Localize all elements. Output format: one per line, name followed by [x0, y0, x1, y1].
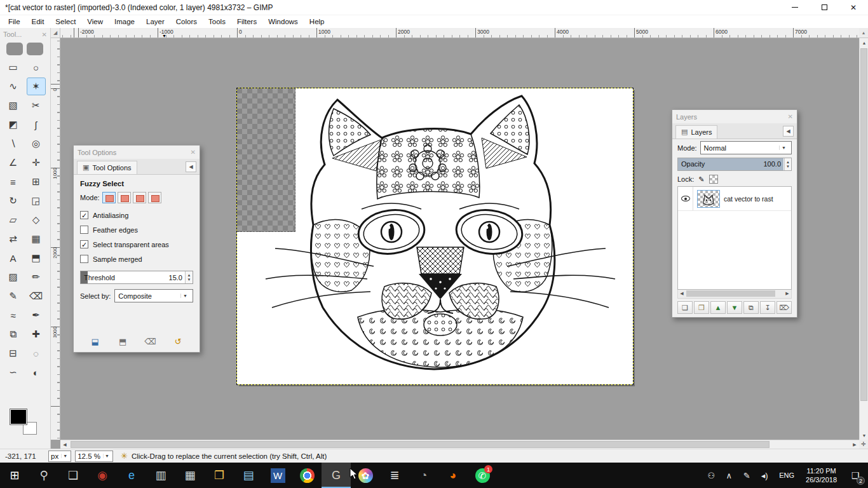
tool-paths[interactable]: ʃ [27, 116, 46, 133]
tool-move[interactable]: ✛ [27, 154, 46, 172]
tool-scale[interactable]: ◲ [27, 192, 46, 210]
restore-options-button[interactable]: ⬒ [115, 335, 130, 348]
mode-replace-button[interactable] [102, 192, 116, 203]
menu-colors[interactable]: Colors [170, 17, 203, 27]
duplicate-layer-button[interactable]: ⧉ [743, 301, 759, 314]
menu-view[interactable]: View [81, 17, 109, 27]
toolbox-close-icon[interactable]: ✕ [42, 31, 47, 38]
layer-list-scrollbar[interactable]: ◀ ▶ [677, 290, 792, 299]
lock-pixels-icon[interactable]: ✎ [698, 175, 704, 184]
tool-eraser[interactable]: ⌫ [27, 287, 46, 305]
app-photos[interactable]: ✿ [351, 463, 380, 488]
new-layer-button[interactable]: ❏ [677, 301, 693, 314]
menu-file[interactable]: File [3, 17, 26, 27]
tool-bucket-fill[interactable]: ⬒ [27, 249, 46, 267]
title-bar[interactable]: *[cat vector to raster] (imported)-3.0 (… [0, 0, 868, 15]
color-swatch-area[interactable] [10, 409, 39, 435]
pen-icon[interactable]: ✎ [738, 471, 756, 480]
foreground-color-swatch[interactable] [10, 409, 27, 424]
app-store[interactable]: ▥ [146, 463, 175, 488]
close-button[interactable]: ✕ [839, 0, 868, 15]
threshold-spinner[interactable]: ▲▼ [185, 271, 193, 283]
tab-menu-button[interactable]: ◀ [186, 161, 196, 172]
option-select-transparent-areas[interactable]: ✓Select transparent areas [80, 237, 193, 252]
zoom-dropdown[interactable]: 12.5 % ▼ [75, 451, 113, 462]
tool-cage-transform[interactable]: ▦ [27, 230, 46, 248]
canvas-page[interactable] [237, 88, 633, 384]
tool-paintbrush[interactable]: ✎ [4, 287, 23, 305]
tool-zoom[interactable]: ◎ [27, 135, 46, 152]
tool-blend[interactable]: ▨ [4, 268, 23, 286]
menu-image[interactable]: Image [109, 17, 140, 27]
ruler-corner-right[interactable]: ▴ [859, 28, 868, 38]
vertical-scroll-thumb[interactable] [860, 48, 867, 401]
layer-visibility-toggle[interactable] [678, 187, 693, 210]
layer-row[interactable]: cat vector to rast [678, 187, 791, 211]
tool-align[interactable]: ≡ [4, 173, 23, 191]
new-group-button[interactable]: ❐ [694, 301, 709, 314]
taskbar-clock[interactable]: 11:20 PM 26/3/2018 [800, 466, 843, 484]
checkbox-checked[interactable]: ✓ [80, 211, 88, 219]
canvas-navigation-button[interactable]: ✛ [859, 440, 868, 449]
app-notes[interactable]: ▤ [234, 463, 263, 488]
menu-filters[interactable]: Filters [231, 17, 262, 27]
horizontal-scroll-thumb[interactable] [71, 441, 770, 448]
mode-add-button[interactable] [118, 192, 131, 203]
tool-pencil[interactable]: ✏ [27, 268, 46, 286]
mode-intersect-button[interactable] [148, 192, 161, 203]
unit-dropdown[interactable]: px ▼ [48, 451, 71, 462]
delete-options-button[interactable]: ⌫ [143, 335, 158, 348]
menu-tools[interactable]: Tools [203, 17, 231, 27]
tool-color-picker[interactable]: ∖ [4, 135, 23, 152]
layers-close-icon[interactable]: ✕ [788, 113, 793, 120]
layers-title-bar[interactable]: Layers ✕ [672, 110, 797, 123]
menu-windows[interactable]: Windows [262, 17, 304, 27]
app-document[interactable]: ≣ [380, 463, 409, 488]
app-edge[interactable]: e [117, 463, 146, 488]
lock-alpha-icon[interactable] [709, 175, 718, 184]
raise-layer-button[interactable]: ▲ [710, 301, 726, 314]
tool-ink[interactable]: ✒ [27, 306, 46, 324]
volume-icon[interactable]: ◂) [756, 471, 773, 480]
scroll-up-arrow[interactable]: ▲ [860, 38, 868, 47]
opacity-spinner[interactable]: ▲▼ [784, 158, 791, 170]
minimize-button[interactable] [780, 0, 810, 15]
layer-scroll-thumb[interactable] [686, 290, 775, 297]
tab-tool-options[interactable]: ▣ Tool Options [77, 161, 137, 174]
app-chrome[interactable] [292, 463, 322, 488]
tool-perspective[interactable]: ◇ [27, 211, 46, 229]
tool-foreground-select[interactable]: ◩ [4, 116, 23, 133]
tool-ellipse-select[interactable]: ○ [27, 58, 46, 76]
task-view-button[interactable]: ❑ [58, 463, 88, 488]
ruler-corner[interactable]: ◢ [51, 28, 60, 38]
app-file-explorer[interactable]: ❐ [205, 463, 234, 488]
tool-rectangle-select[interactable]: ▭ [4, 58, 23, 76]
scroll-down-arrow[interactable]: ▼ [860, 431, 868, 440]
tool-heal[interactable]: ✚ [27, 325, 46, 343]
app-orange-circle[interactable]: ◕ [438, 463, 468, 488]
tool-flip[interactable]: ⇄ [4, 230, 23, 248]
tool-clone[interactable]: ⧉ [4, 325, 23, 343]
scroll-right-arrow[interactable]: ▶ [783, 290, 791, 297]
select-by-dropdown[interactable]: Composite ▼ [114, 289, 193, 302]
action-center-button[interactable]: ❑ 2 [843, 463, 868, 488]
option-sample-merged[interactable]: Sample merged [80, 252, 193, 266]
checkbox-checked[interactable]: ✓ [80, 240, 88, 248]
app-gimp[interactable]: G [322, 463, 351, 488]
language-indicator[interactable]: ENG [773, 471, 800, 479]
tool-crop[interactable]: ⊞ [27, 173, 46, 191]
chevron-up-icon[interactable]: ∧ [720, 471, 738, 480]
reset-options-button[interactable]: ↺ [170, 335, 186, 348]
toolbox-title-bar[interactable]: Tool... ✕ [0, 28, 50, 41]
search-button[interactable]: ⚲ [29, 463, 58, 488]
tool-airbrush[interactable]: ≈ [4, 306, 23, 324]
save-options-button[interactable]: ⬓ [88, 335, 103, 348]
horizontal-scrollbar[interactable]: ◀ ▶ [60, 440, 859, 449]
app-dark-circle[interactable]: ◔ [409, 463, 438, 488]
vertical-scrollbar[interactable]: ▲ ▼ [859, 38, 868, 440]
maximize-button[interactable] [810, 0, 839, 15]
checkbox-unchecked[interactable] [80, 255, 88, 263]
start-button[interactable]: ⊞ [0, 463, 29, 488]
tool-perspective-clone[interactable]: ⊟ [4, 344, 23, 362]
tool-smudge[interactable]: ∽ [4, 363, 23, 381]
